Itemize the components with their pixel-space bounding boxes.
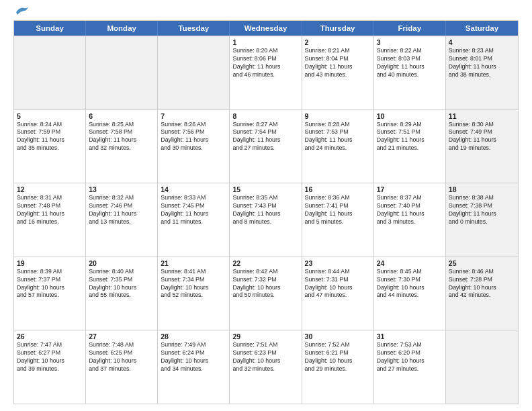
day-info: Sunrise: 8:27 AM Sunset: 7:54 PM Dayligh… xyxy=(232,121,298,153)
day-info: Sunrise: 8:25 AM Sunset: 7:58 PM Dayligh… xyxy=(89,121,154,153)
day-info: Sunrise: 8:42 AM Sunset: 7:32 PM Dayligh… xyxy=(232,268,298,300)
logo-bird-icon xyxy=(15,5,30,15)
cal-week-4: 19Sunrise: 8:39 AM Sunset: 7:37 PM Dayli… xyxy=(14,257,518,330)
day-info: Sunrise: 8:21 AM Sunset: 8:04 PM Dayligh… xyxy=(305,47,371,79)
day-number: 4 xyxy=(449,38,515,46)
day-info: Sunrise: 7:52 AM Sunset: 6:21 PM Dayligh… xyxy=(305,341,371,373)
day-number: 6 xyxy=(89,112,154,120)
day-info: Sunrise: 8:31 AM Sunset: 7:48 PM Dayligh… xyxy=(17,194,83,226)
calendar-body: 1Sunrise: 8:20 AM Sunset: 8:06 PM Daylig… xyxy=(14,36,518,404)
day-info: Sunrise: 8:36 AM Sunset: 7:41 PM Dayligh… xyxy=(305,194,371,226)
day-number: 23 xyxy=(305,259,371,267)
day-info: Sunrise: 8:20 AM Sunset: 8:06 PM Dayligh… xyxy=(232,47,298,79)
cal-cell: 2Sunrise: 8:21 AM Sunset: 8:04 PM Daylig… xyxy=(302,36,374,109)
cal-cell: 13Sunrise: 8:32 AM Sunset: 7:46 PM Dayli… xyxy=(86,183,158,257)
day-header-saturday: Saturday xyxy=(446,21,518,36)
cal-cell: 11Sunrise: 8:30 AM Sunset: 7:49 PM Dayli… xyxy=(446,110,518,183)
cal-week-1: 1Sunrise: 8:20 AM Sunset: 8:06 PM Daylig… xyxy=(14,36,518,109)
day-info: Sunrise: 8:23 AM Sunset: 8:01 PM Dayligh… xyxy=(449,47,515,79)
day-info: Sunrise: 8:38 AM Sunset: 7:38 PM Dayligh… xyxy=(449,194,515,226)
day-header-sunday: Sunday xyxy=(14,21,86,36)
day-number: 20 xyxy=(89,259,154,267)
cal-cell: 25Sunrise: 8:46 AM Sunset: 7:28 PM Dayli… xyxy=(446,257,518,330)
cal-cell: 31Sunrise: 7:53 AM Sunset: 6:20 PM Dayli… xyxy=(374,330,446,404)
cal-cell: 23Sunrise: 8:44 AM Sunset: 7:31 PM Dayli… xyxy=(302,257,374,330)
day-info: Sunrise: 7:51 AM Sunset: 6:23 PM Dayligh… xyxy=(232,341,298,373)
cal-cell: 7Sunrise: 8:26 AM Sunset: 7:56 PM Daylig… xyxy=(158,110,230,183)
day-info: Sunrise: 8:28 AM Sunset: 7:53 PM Dayligh… xyxy=(305,121,371,153)
day-number: 22 xyxy=(232,259,298,267)
day-info: Sunrise: 8:41 AM Sunset: 7:34 PM Dayligh… xyxy=(161,268,226,300)
day-number: 1 xyxy=(232,38,298,46)
day-info: Sunrise: 8:33 AM Sunset: 7:45 PM Dayligh… xyxy=(161,194,226,226)
cal-cell: 22Sunrise: 8:42 AM Sunset: 7:32 PM Dayli… xyxy=(230,257,302,330)
day-header-wednesday: Wednesday xyxy=(230,21,302,36)
cal-cell: 19Sunrise: 8:39 AM Sunset: 7:37 PM Dayli… xyxy=(14,257,86,330)
cal-cell: 29Sunrise: 7:51 AM Sunset: 6:23 PM Dayli… xyxy=(230,330,302,404)
day-number: 5 xyxy=(17,112,83,120)
cal-cell: 24Sunrise: 8:45 AM Sunset: 7:30 PM Dayli… xyxy=(374,257,446,330)
day-info: Sunrise: 8:45 AM Sunset: 7:30 PM Dayligh… xyxy=(377,268,443,300)
cal-cell: 27Sunrise: 7:48 AM Sunset: 6:25 PM Dayli… xyxy=(86,330,158,404)
day-info: Sunrise: 7:48 AM Sunset: 6:25 PM Dayligh… xyxy=(89,341,154,373)
cal-cell: 5Sunrise: 8:24 AM Sunset: 7:59 PM Daylig… xyxy=(14,110,86,183)
day-number: 31 xyxy=(377,332,443,340)
day-info: Sunrise: 8:22 AM Sunset: 8:03 PM Dayligh… xyxy=(377,47,443,79)
header xyxy=(13,11,519,15)
cal-cell: 26Sunrise: 7:47 AM Sunset: 6:27 PM Dayli… xyxy=(14,330,86,404)
cal-cell: 10Sunrise: 8:29 AM Sunset: 7:51 PM Dayli… xyxy=(374,110,446,183)
cal-cell xyxy=(446,330,518,404)
cal-week-3: 12Sunrise: 8:31 AM Sunset: 7:48 PM Dayli… xyxy=(14,183,518,257)
day-number: 24 xyxy=(377,259,443,267)
day-number: 3 xyxy=(377,38,443,46)
day-info: Sunrise: 8:32 AM Sunset: 7:46 PM Dayligh… xyxy=(89,194,154,226)
cal-cell: 17Sunrise: 8:37 AM Sunset: 7:40 PM Dayli… xyxy=(374,183,446,257)
day-number: 12 xyxy=(17,185,83,193)
day-number: 27 xyxy=(89,332,154,340)
cal-cell: 1Sunrise: 8:20 AM Sunset: 8:06 PM Daylig… xyxy=(230,36,302,109)
day-info: Sunrise: 8:24 AM Sunset: 7:59 PM Dayligh… xyxy=(17,121,83,153)
cal-cell: 9Sunrise: 8:28 AM Sunset: 7:53 PM Daylig… xyxy=(302,110,374,183)
day-info: Sunrise: 7:49 AM Sunset: 6:24 PM Dayligh… xyxy=(161,341,226,373)
calendar: SundayMondayTuesdayWednesdayThursdayFrid… xyxy=(13,20,519,404)
calendar-header: SundayMondayTuesdayWednesdayThursdayFrid… xyxy=(14,21,518,36)
cal-cell: 18Sunrise: 8:38 AM Sunset: 7:38 PM Dayli… xyxy=(446,183,518,257)
day-number: 26 xyxy=(17,332,83,340)
cal-cell: 15Sunrise: 8:35 AM Sunset: 7:43 PM Dayli… xyxy=(230,183,302,257)
day-number: 15 xyxy=(232,185,298,193)
day-header-friday: Friday xyxy=(374,21,446,36)
day-number: 14 xyxy=(161,185,226,193)
day-header-tuesday: Tuesday xyxy=(158,21,230,36)
cal-cell: 21Sunrise: 8:41 AM Sunset: 7:34 PM Dayli… xyxy=(158,257,230,330)
cal-cell: 14Sunrise: 8:33 AM Sunset: 7:45 PM Dayli… xyxy=(158,183,230,257)
cal-cell xyxy=(86,36,158,109)
day-number: 8 xyxy=(232,112,298,120)
day-header-monday: Monday xyxy=(86,21,158,36)
day-number: 30 xyxy=(305,332,371,340)
day-number: 11 xyxy=(449,112,515,120)
day-number: 2 xyxy=(305,38,371,46)
day-number: 10 xyxy=(377,112,443,120)
day-info: Sunrise: 8:30 AM Sunset: 7:49 PM Dayligh… xyxy=(449,121,515,153)
day-number: 13 xyxy=(89,185,154,193)
cal-cell: 12Sunrise: 8:31 AM Sunset: 7:48 PM Dayli… xyxy=(14,183,86,257)
day-info: Sunrise: 8:26 AM Sunset: 7:56 PM Dayligh… xyxy=(161,121,226,153)
day-info: Sunrise: 8:44 AM Sunset: 7:31 PM Dayligh… xyxy=(305,268,371,300)
cal-cell: 30Sunrise: 7:52 AM Sunset: 6:21 PM Dayli… xyxy=(302,330,374,404)
cal-cell: 28Sunrise: 7:49 AM Sunset: 6:24 PM Dayli… xyxy=(158,330,230,404)
day-number: 28 xyxy=(161,332,226,340)
day-number: 21 xyxy=(161,259,226,267)
cal-cell xyxy=(14,36,86,109)
day-number: 9 xyxy=(305,112,371,120)
cal-cell: 3Sunrise: 8:22 AM Sunset: 8:03 PM Daylig… xyxy=(374,36,446,109)
cal-cell: 16Sunrise: 8:36 AM Sunset: 7:41 PM Dayli… xyxy=(302,183,374,257)
cal-week-5: 26Sunrise: 7:47 AM Sunset: 6:27 PM Dayli… xyxy=(14,330,518,404)
day-info: Sunrise: 8:37 AM Sunset: 7:40 PM Dayligh… xyxy=(377,194,443,226)
cal-cell: 6Sunrise: 8:25 AM Sunset: 7:58 PM Daylig… xyxy=(86,110,158,183)
day-info: Sunrise: 8:39 AM Sunset: 7:37 PM Dayligh… xyxy=(17,268,83,300)
day-header-thursday: Thursday xyxy=(302,21,374,36)
day-number: 29 xyxy=(232,332,298,340)
cal-cell: 8Sunrise: 8:27 AM Sunset: 7:54 PM Daylig… xyxy=(230,110,302,183)
day-info: Sunrise: 7:47 AM Sunset: 6:27 PM Dayligh… xyxy=(17,341,83,373)
cal-cell: 4Sunrise: 8:23 AM Sunset: 8:01 PM Daylig… xyxy=(446,36,518,109)
